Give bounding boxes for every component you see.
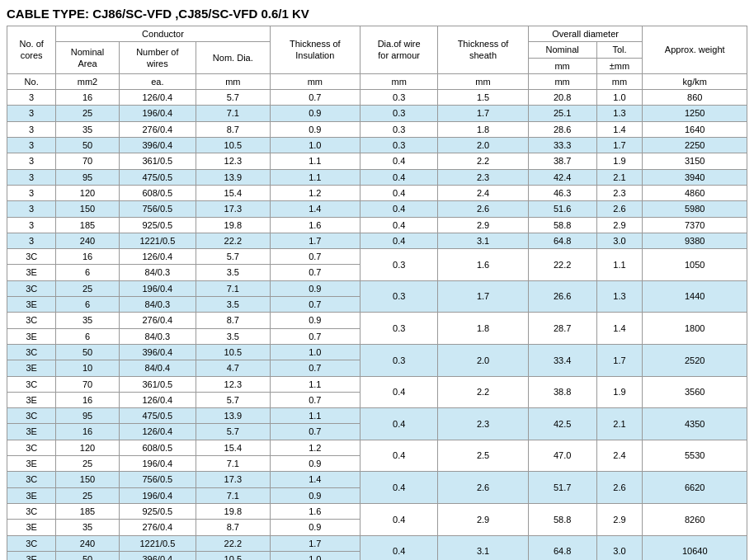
cell-nominal: 64.8: [528, 233, 596, 248]
cell-thick-ins: 0.9: [270, 313, 360, 328]
cell-weight: 3150: [643, 153, 747, 169]
cell-tol: 1.0: [596, 90, 643, 106]
header-no-of-cores: No. ofcores: [7, 26, 56, 74]
cell-area: 150: [56, 472, 119, 487]
cell-area: 16: [56, 424, 119, 440]
cell-nom-dia: 19.8: [196, 503, 271, 519]
cell-thick-ins: 1.1: [270, 169, 360, 185]
table-row: 3 120 608/0.5 15.4 1.2 0.4 2.4 46.3 2.3 …: [7, 185, 747, 200]
cell-nom-dia: 10.5: [196, 138, 271, 153]
cell-wires: 126/0.4: [119, 392, 196, 407]
cell-thick-sheath: 3.1: [438, 233, 528, 248]
cell-thick-sheath: 1.7: [438, 280, 528, 313]
cell-cores: 3: [7, 90, 56, 106]
cell-nom-dia: 10.5: [196, 551, 271, 560]
cell-weight: 1640: [643, 121, 747, 137]
cell-dia-armour: 0.4: [361, 408, 438, 440]
cell-area: 35: [56, 121, 119, 137]
cell-wires: 196/0.4: [119, 456, 196, 472]
cell-area: 240: [56, 233, 119, 248]
unit-ea: ea.: [119, 73, 196, 89]
cell-wires: 84/0.4: [119, 360, 196, 376]
cell-nom-dia: 22.2: [196, 535, 271, 551]
header-tol: Tol.: [596, 42, 643, 58]
table-row: 3 50 396/0.4 10.5 1.0 0.3 2.0 33.3 1.7 2…: [7, 138, 747, 153]
cell-thick-ins: 0.7: [270, 424, 360, 440]
cell-dia-armour: 0.3: [361, 249, 438, 281]
cell-tol: 2.9: [596, 503, 643, 535]
cell-cores: 3E: [7, 297, 56, 313]
cell-thick-sheath: 2.3: [438, 408, 528, 440]
cell-cores: 3C: [7, 376, 56, 392]
cell-weight: 2520: [643, 344, 747, 376]
cell-weight: 5530: [643, 440, 747, 472]
cell-weight: 1050: [643, 249, 747, 281]
cell-wires: 126/0.4: [119, 90, 196, 106]
cell-nom-dia: 15.4: [196, 185, 271, 200]
cell-thick-sheath: 2.0: [438, 138, 528, 153]
cell-dia-armour: 0.3: [361, 280, 438, 313]
cell-nom-dia: 8.7: [196, 313, 271, 328]
cell-tol: 2.3: [596, 185, 643, 200]
cell-dia-armour: 0.4: [361, 440, 438, 472]
cell-nominal: 33.4: [528, 344, 596, 376]
cell-dia-armour: 0.4: [361, 217, 438, 233]
cell-thick-ins: 1.0: [270, 551, 360, 560]
cell-thick-ins: 0.9: [270, 280, 360, 296]
cell-cores: 3C: [7, 344, 56, 360]
header-dia-armour: Dia.of wirefor armour: [361, 26, 438, 74]
cell-wires: 84/0.3: [119, 265, 196, 280]
cell-tol: 3.0: [596, 535, 643, 560]
cell-nominal: 38.8: [528, 376, 596, 408]
cell-thick-ins: 0.7: [270, 265, 360, 280]
cell-area: 25: [56, 487, 119, 503]
cell-thick-sheath: 2.4: [438, 185, 528, 200]
cell-nominal: 25.1: [528, 106, 596, 121]
cell-nominal: 28.7: [528, 313, 596, 345]
cell-thick-sheath: 1.6: [438, 249, 528, 281]
cell-nom-dia: 7.1: [196, 487, 271, 503]
table-row: 3C 120 608/0.5 15.4 1.2 0.4 2.5 47.0 2.4…: [7, 440, 747, 455]
cell-area: 6: [56, 265, 119, 280]
cell-thick-ins: 0.9: [270, 121, 360, 137]
table-row: 3 25 196/0.4 7.1 0.9 0.3 1.7 25.1 1.3 12…: [7, 106, 747, 121]
cell-dia-armour: 0.4: [361, 153, 438, 169]
cell-wires: 756/0.5: [119, 472, 196, 487]
cell-tol: 2.1: [596, 169, 643, 185]
unit-mm4: mm: [438, 73, 528, 89]
cell-thick-ins: 1.1: [270, 408, 360, 424]
cell-nom-dia: 5.7: [196, 249, 271, 265]
cell-thick-ins: 0.7: [270, 90, 360, 106]
cell-dia-armour: 0.4: [361, 185, 438, 200]
cell-nominal: 51.7: [528, 472, 596, 504]
cell-area: 6: [56, 328, 119, 344]
cell-cores: 3: [7, 138, 56, 153]
unit-mm5: mm: [528, 73, 596, 89]
cell-nom-dia: 8.7: [196, 520, 271, 535]
cell-cores: 3C: [7, 280, 56, 296]
cell-thick-ins: 1.2: [270, 440, 360, 455]
cell-area: 35: [56, 313, 119, 328]
header-nom-dia: Nom. Dia.: [196, 42, 271, 74]
cell-wires: 84/0.3: [119, 297, 196, 313]
cell-nom-dia: 22.2: [196, 233, 271, 248]
cell-nom-dia: 7.1: [196, 280, 271, 296]
cell-cores: 3E: [7, 487, 56, 503]
cell-wires: 276/0.4: [119, 520, 196, 535]
cell-tol: 1.9: [596, 153, 643, 169]
cell-tol: 2.4: [596, 440, 643, 472]
header-overall-diameter: Overall diameter: [528, 26, 643, 42]
cell-dia-armour: 0.3: [361, 106, 438, 121]
cell-nom-dia: 4.7: [196, 360, 271, 376]
cell-thick-ins: 1.4: [270, 201, 360, 217]
cell-wires: 126/0.4: [119, 249, 196, 265]
cell-wires: 475/0.5: [119, 169, 196, 185]
cell-cores: 3: [7, 121, 56, 137]
cell-thick-ins: 1.1: [270, 153, 360, 169]
cell-cores: 3E: [7, 551, 56, 560]
cell-tol: 1.4: [596, 313, 643, 345]
table-row: 3C 50 396/0.4 10.5 1.0 0.3 2.0 33.4 1.7 …: [7, 344, 747, 360]
cell-cores: 3E: [7, 265, 56, 280]
cell-weight: 860: [643, 90, 747, 106]
cell-nominal: 22.2: [528, 249, 596, 281]
